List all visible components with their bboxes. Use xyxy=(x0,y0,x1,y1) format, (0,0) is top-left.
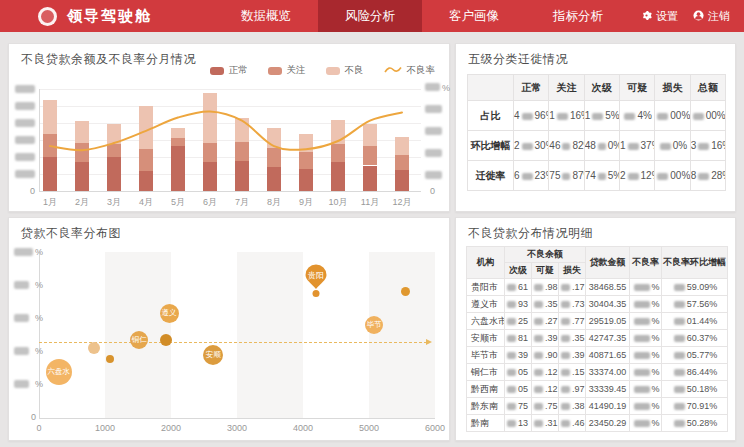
data-bubble xyxy=(88,342,100,354)
cell-value: 61 xyxy=(518,282,528,292)
loan-amount: 41490.19 xyxy=(586,398,630,415)
x-tick-label: 1月 xyxy=(34,196,66,209)
table-row: 占比496%116%15%4%00%00% xyxy=(468,101,726,131)
x-tick-label: 2000 xyxy=(153,423,189,433)
balance-cell: .46 xyxy=(559,415,586,432)
x-tick-label: 6月 xyxy=(194,196,226,209)
cell-value: 70.91% xyxy=(687,401,718,411)
redacted-value xyxy=(634,318,650,325)
redacted-value xyxy=(507,284,516,291)
redacted-value xyxy=(562,143,570,150)
bar-segment-正常 xyxy=(331,162,345,191)
logout-label: 注销 xyxy=(708,9,730,24)
cell-value: % xyxy=(652,316,660,326)
col-header: 不良率 xyxy=(630,247,662,279)
migration-cell: 7587% xyxy=(549,161,584,191)
city-bubble: 安顺 xyxy=(203,345,223,365)
bar-segment-关注 xyxy=(203,143,217,162)
settings-button[interactable]: 设置 xyxy=(641,9,678,24)
table-row: 铜仁市05.12.1533374.00%86.44% xyxy=(467,364,728,381)
redacted-value xyxy=(634,386,650,393)
panel-npl-scatter: 贷款不良率分布图 %%%%%00100020003000400050006000… xyxy=(8,217,450,441)
nav-tab-4[interactable]: 指标分析 xyxy=(526,0,630,32)
migration-cell: 623% xyxy=(514,161,549,191)
cell-value: .17 xyxy=(572,282,585,292)
stacked-bar-line-chart: 0%01月2月3月4月5月6月7月8月9月10月11月12月 xyxy=(9,44,449,211)
npl-rate-cell: % xyxy=(630,381,662,398)
right-axis-redacted-label xyxy=(425,171,442,179)
nav-tab-3[interactable]: 客户画像 xyxy=(422,0,526,32)
migration-cell: 4% xyxy=(619,101,654,131)
col-header-group: 不良余额 xyxy=(505,247,586,263)
bar-segment-不良 xyxy=(43,100,57,134)
cell-value: % xyxy=(652,418,660,428)
panel-title: 五级分类迁徙情况 xyxy=(468,51,568,68)
bar-segment-正常 xyxy=(171,146,185,191)
growth-cell: 86.44% xyxy=(662,364,728,381)
cell-prefix: 2 xyxy=(514,140,520,151)
y-axis-redacted-label xyxy=(14,281,29,289)
org-name: 毕节市 xyxy=(467,347,505,364)
y-axis-redacted-label xyxy=(14,347,29,355)
npl-rate-cell: % xyxy=(630,415,662,432)
npl-rate-cell: % xyxy=(630,279,662,296)
bar-segment-不良 xyxy=(331,120,345,144)
redacted-value xyxy=(534,352,543,359)
x-axis-line xyxy=(39,418,435,419)
cell-value: 37% xyxy=(641,140,655,151)
growth-cell: 01.44% xyxy=(662,313,728,330)
redacted-value xyxy=(674,386,685,393)
x-tick-label: 4月 xyxy=(130,196,162,209)
cell-value: .35 xyxy=(545,299,558,309)
cell-value: 50.18% xyxy=(687,384,718,394)
cell-value: .77 xyxy=(572,316,585,326)
redacted-value xyxy=(693,113,704,120)
col-header: 次级 xyxy=(584,75,619,101)
cell-value: 05.77% xyxy=(687,350,718,360)
main-nav: 数据概览风险分析客户画像指标分析 xyxy=(214,0,630,32)
data-bubble xyxy=(106,355,114,363)
redacted-value xyxy=(522,173,533,180)
redacted-value xyxy=(634,301,650,308)
bar-segment-关注 xyxy=(331,144,345,162)
loan-amount: 40871.65 xyxy=(586,347,630,364)
nav-tab-2[interactable]: 风险分析 xyxy=(318,0,422,32)
bar-segment-关注 xyxy=(171,138,185,146)
nav-tab-1[interactable]: 数据概览 xyxy=(214,0,318,32)
redacted-value xyxy=(634,335,650,342)
y-axis-percent: % xyxy=(35,280,43,290)
cell-value: 60.37% xyxy=(687,333,718,343)
logout-button[interactable]: 注销 xyxy=(693,9,730,24)
balance-cell: .75 xyxy=(532,398,559,415)
cell-value: 05 xyxy=(518,367,528,377)
x-tick-label: 10月 xyxy=(322,196,354,209)
balance-cell: .39 xyxy=(559,347,586,364)
bar-segment-正常 xyxy=(43,157,57,191)
pin-icon: 贵阳 xyxy=(301,263,331,299)
col-header: 贷款金额 xyxy=(586,247,630,279)
panel-migration: 五级分类迁徙情况 正常 关注 次级 可疑 损失 总额 占比496%116%15%… xyxy=(455,43,736,212)
balance-cell: .77 xyxy=(559,313,586,330)
cell-value: 87% xyxy=(572,170,584,181)
redacted-value xyxy=(634,369,650,376)
redacted-value xyxy=(628,143,639,150)
redacted-value xyxy=(561,352,570,359)
city-pin-marker: 贵阳 xyxy=(301,263,331,299)
redacted-value xyxy=(557,113,568,120)
bar-segment-不良 xyxy=(107,124,121,144)
balance-cell: 39 xyxy=(505,347,532,364)
loan-amount: 38468.55 xyxy=(586,279,630,296)
app-logo-icon xyxy=(38,7,57,26)
redacted-value xyxy=(534,301,543,308)
cell-value: .73 xyxy=(572,299,585,309)
migration-cell: 828% xyxy=(690,161,725,191)
y-axis-zero: 0 xyxy=(30,186,35,196)
redacted-value xyxy=(634,420,650,427)
col-header: 不良率环比增幅 xyxy=(662,247,728,279)
bar-segment-不良 xyxy=(395,137,409,155)
balance-cell: .12 xyxy=(532,364,559,381)
bar-segment-正常 xyxy=(139,171,153,191)
org-name: 黔西南 xyxy=(467,381,505,398)
data-bubble xyxy=(401,287,410,296)
col-header: 损失 xyxy=(655,75,690,101)
